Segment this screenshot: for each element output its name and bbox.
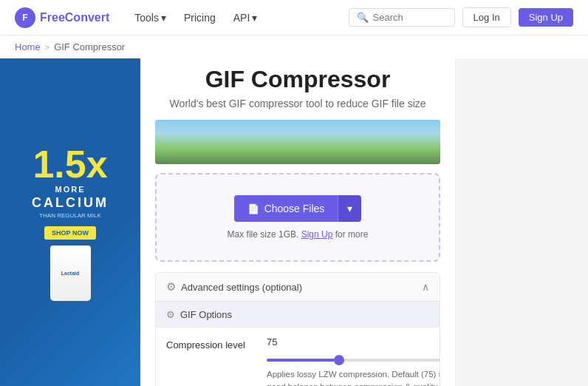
signup-button[interactable]: Sign Up [519,8,573,27]
search-input[interactable] [373,12,447,23]
advanced-chevron-icon: ∧ [422,281,429,293]
advanced-header-left: ⚙ Advanced settings (optional) [166,280,302,294]
breadcrumb-current: GIF Compressor [54,41,125,53]
logo-text: FreeConvert [40,11,109,24]
ad-image: 1.5x MORE CALCIUM THAN REGULAR MILK SHOP… [0,58,140,386]
ad-more-text: MORE [55,185,86,194]
main-content: GIF Compressor World's best GIF compress… [140,58,455,386]
upload-area[interactable]: 📄 Choose Files ▾ Max file size 1GB. Sign… [155,173,440,262]
page-title: GIF Compressor [155,66,440,93]
ad-shop-button[interactable]: SHOP NOW [44,226,96,240]
nav-api[interactable]: API ▾ [226,7,265,28]
upload-buttons: 📄 Choose Files ▾ [171,195,424,222]
logo[interactable]: F FreeConvert [15,7,109,28]
compression-controls: 75 Applies lossy LZW compression. Defaul… [267,336,440,386]
upload-info: Max file size 1GB. Sign Up for more [171,229,424,240]
gif-options-row: ⚙ GIF Options [156,301,440,328]
api-chevron-icon: ▾ [252,12,257,24]
banner-image [155,120,440,164]
choose-files-dropdown-button[interactable]: ▾ [338,195,361,222]
nav-pricing[interactable]: Pricing [177,7,223,28]
slider-value: 75 [267,336,440,348]
page-subtitle: World's best GIF compressor tool to redu… [155,98,440,109]
ad-milk-carton: Lactaid [50,246,91,301]
ad-subtext: THAN REGULAR MILK [39,212,101,219]
breadcrumb-home[interactable]: Home [15,41,41,53]
header-left: F FreeConvert Tools ▾ Pricing API ▾ [15,7,264,28]
login-button[interactable]: Log In [462,7,511,27]
breadcrumb-separator: > [45,43,49,52]
gif-options-gear-icon: ⚙ [166,309,175,320]
left-advertisement: 1.5x MORE CALCIUM THAN REGULAR MILK SHOP… [0,58,140,386]
slider-container [267,352,440,364]
signup-link[interactable]: Sign Up [301,229,333,240]
search-icon: 🔍 [357,12,369,23]
search-box[interactable]: 🔍 [349,8,455,27]
right-advertisement [455,58,588,386]
advanced-settings-header[interactable]: ⚙ Advanced settings (optional) ∧ [156,273,440,301]
banner-advertisement [155,120,440,164]
nav-tools[interactable]: Tools ▾ [127,7,174,28]
header: F FreeConvert Tools ▾ Pricing API ▾ 🔍 Lo… [0,0,588,35]
settings-gear-icon: ⚙ [166,280,176,294]
breadcrumb: Home > GIF Compressor [0,35,588,58]
main-layout: 1.5x MORE CALCIUM THAN REGULAR MILK SHOP… [0,58,588,386]
logo-icon: F [15,7,35,28]
tools-chevron-icon: ▾ [161,12,166,24]
gif-options-label: GIF Options [180,309,232,320]
compression-label: Compression level [166,339,255,351]
file-icon: 📄 [247,203,259,214]
main-nav: Tools ▾ Pricing API ▾ [127,7,264,28]
compression-slider[interactable] [267,359,440,362]
advanced-settings-section: ⚙ Advanced settings (optional) ∧ ⚙ GIF O… [155,272,440,386]
header-right: 🔍 Log In Sign Up [349,7,573,27]
ad-multiplier: 1.5x [33,145,107,183]
compression-level-row: Compression level 75 Applies lossy LZW c… [156,328,440,386]
ad-calcium-text: CALCIUM [32,195,109,211]
compression-description: Applies lossy LZW compression. Default (… [267,368,440,386]
choose-files-button[interactable]: 📄 Choose Files [234,195,338,222]
advanced-settings-label: Advanced settings (optional) [181,282,302,293]
